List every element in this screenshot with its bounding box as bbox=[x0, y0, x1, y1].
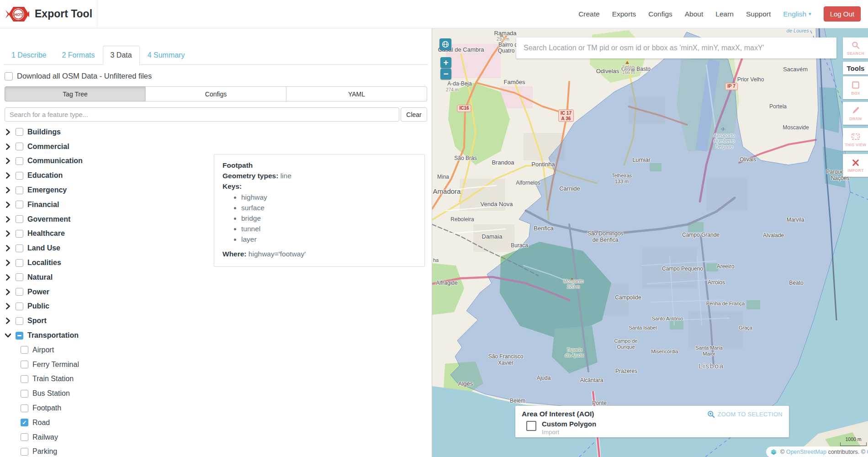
nav-link-about[interactable]: About bbox=[685, 10, 704, 18]
chevron-right-icon[interactable] bbox=[5, 216, 16, 223]
checkbox-transportation[interactable] bbox=[16, 332, 23, 340]
tool-draw[interactable]: DRAW bbox=[843, 102, 868, 125]
checkbox-bus-station[interactable] bbox=[21, 390, 28, 398]
tree-group-label: Natural bbox=[27, 273, 53, 282]
tab-2-formats[interactable]: 2 Formats bbox=[54, 46, 102, 65]
tree-group-natural[interactable]: Natural bbox=[5, 270, 432, 285]
checkbox-localities[interactable] bbox=[16, 259, 23, 267]
tree-item-label: Bus Station bbox=[32, 389, 70, 398]
clear-button[interactable]: Clear bbox=[401, 107, 427, 122]
tree-item-footpath[interactable]: Footpath bbox=[5, 401, 432, 415]
download-all-checkbox[interactable] bbox=[5, 72, 13, 80]
tree-view-switcher: Tag TreeConfigsYAML bbox=[5, 86, 427, 101]
nav-link-exports[interactable]: Exports bbox=[612, 10, 636, 18]
hot-export-tool-app: HOT Export Tool CreateExportsConfigsAbou… bbox=[0, 0, 868, 457]
chevron-right-icon[interactable] bbox=[5, 187, 16, 193]
nav-link-create[interactable]: Create bbox=[578, 10, 600, 18]
zoom-in-magnifier-icon bbox=[707, 410, 715, 418]
chevron-right-icon[interactable] bbox=[5, 202, 16, 208]
view-button-configs[interactable]: Configs bbox=[145, 86, 286, 101]
checkbox-financial[interactable] bbox=[16, 201, 23, 208]
chevron-right-icon[interactable] bbox=[5, 289, 16, 295]
checkbox-power[interactable] bbox=[16, 288, 23, 296]
checkbox-public[interactable] bbox=[16, 303, 23, 310]
zoom-out-button[interactable]: − bbox=[440, 69, 451, 80]
tab-3-data[interactable]: 3 Data bbox=[103, 46, 140, 65]
tree-item-bus-station[interactable]: Bus Station bbox=[5, 386, 432, 401]
brand[interactable]: HOT Export Tool bbox=[0, 0, 97, 28]
chevron-right-icon[interactable] bbox=[5, 230, 16, 237]
zoom-in-button[interactable]: + bbox=[440, 57, 451, 68]
tree-group-commercial[interactable]: Commercial bbox=[5, 139, 432, 154]
chevron-right-icon[interactable] bbox=[5, 318, 16, 324]
tree-item-parking[interactable]: Parking bbox=[5, 445, 432, 457]
checkbox-railway[interactable] bbox=[21, 433, 28, 441]
checkbox-ferry-terminal[interactable] bbox=[21, 361, 28, 368]
tab-4-summary[interactable]: 4 Summary bbox=[140, 46, 193, 65]
scale-bar: 1000 m bbox=[840, 436, 867, 446]
checkbox-government[interactable] bbox=[16, 215, 23, 223]
map-search-input[interactable] bbox=[516, 37, 836, 58]
tree-group-sport[interactable]: Sport bbox=[5, 314, 432, 328]
checkbox-buildings[interactable] bbox=[16, 128, 23, 136]
tool-box[interactable]: BOX bbox=[843, 76, 868, 99]
tab-1-describe[interactable]: 1 Describe bbox=[4, 46, 54, 65]
checkbox-sport[interactable] bbox=[16, 317, 23, 325]
map-search-bar bbox=[516, 37, 836, 58]
nav-link-learn[interactable]: Learn bbox=[715, 10, 734, 18]
tree-group-label: Power bbox=[27, 288, 49, 296]
tree-item-train-station[interactable]: Train Station bbox=[5, 372, 432, 387]
custom-polygon-checkbox[interactable] bbox=[526, 421, 536, 431]
checkbox-road[interactable]: ✓ bbox=[21, 419, 28, 426]
view-button-tag-tree[interactable]: Tag Tree bbox=[5, 86, 146, 101]
tree-group-transportation[interactable]: Transportation bbox=[5, 328, 432, 343]
tree-group-label: Healthcare bbox=[27, 229, 65, 238]
chevron-right-icon[interactable] bbox=[5, 245, 16, 251]
tree-group-buildings[interactable]: Buildings bbox=[5, 125, 432, 139]
language-dropdown[interactable]: English ▾ bbox=[783, 10, 811, 18]
x-icon bbox=[852, 159, 860, 167]
checkbox-healthcare[interactable] bbox=[16, 230, 23, 238]
checkbox-commercial[interactable] bbox=[16, 143, 23, 150]
checkbox-communication[interactable] bbox=[16, 157, 23, 165]
globe-icon bbox=[442, 41, 449, 48]
chevron-right-icon[interactable] bbox=[5, 274, 16, 281]
tree-item-airport[interactable]: Airport bbox=[5, 343, 432, 357]
checkbox-education[interactable] bbox=[16, 172, 23, 180]
tool-import[interactable]: IMPORT bbox=[843, 154, 868, 177]
tree-group-public[interactable]: Public bbox=[5, 299, 432, 314]
layers-icon bbox=[770, 448, 778, 456]
tree-item-road[interactable]: ✓Road bbox=[5, 415, 432, 430]
logout-button[interactable]: Log Out bbox=[824, 6, 861, 21]
feature-search-input[interactable] bbox=[5, 107, 399, 122]
osm-link[interactable]: OpenStreetMap bbox=[786, 449, 826, 455]
checkbox-footpath[interactable] bbox=[21, 404, 28, 412]
checkbox-airport[interactable] bbox=[21, 346, 28, 354]
chevron-down-icon[interactable] bbox=[5, 332, 16, 339]
checkbox-train-station[interactable] bbox=[21, 375, 28, 383]
tree-item-ferry-terminal[interactable]: Ferry Terminal bbox=[5, 357, 432, 372]
tool-this-view[interactable]: THIS VIEW bbox=[843, 128, 868, 151]
chevron-right-icon[interactable] bbox=[5, 260, 16, 266]
chevron-right-icon[interactable] bbox=[5, 172, 16, 179]
map[interactable]: Ramada297 mBairro dQuatroCasal de Cambra… bbox=[432, 28, 868, 457]
globe-button[interactable] bbox=[439, 38, 451, 50]
checkbox-land-use[interactable] bbox=[16, 244, 23, 252]
checkbox-emergency[interactable] bbox=[16, 186, 23, 194]
zoom-to-selection-label: ZOOM TO SELECTION bbox=[717, 411, 783, 418]
chevron-right-icon[interactable] bbox=[5, 158, 16, 164]
nav-link-configs[interactable]: Configs bbox=[648, 10, 672, 18]
chevron-right-icon[interactable] bbox=[5, 143, 16, 150]
tree-item-railway[interactable]: Railway bbox=[5, 430, 432, 445]
tool-label: DRAW bbox=[849, 117, 862, 121]
nav-link-support[interactable]: Support bbox=[746, 10, 771, 18]
attribution-text: © OpenStreetMap contributors. © OSM bbox=[780, 449, 868, 455]
checkbox-natural[interactable] bbox=[16, 273, 23, 281]
chevron-right-icon[interactable] bbox=[5, 303, 16, 309]
zoom-to-selection-button[interactable]: ZOOM TO SELECTION bbox=[707, 410, 783, 418]
checkbox-parking[interactable] bbox=[21, 448, 28, 456]
chevron-right-icon[interactable] bbox=[5, 129, 16, 135]
tree-group-power[interactable]: Power bbox=[5, 285, 432, 299]
search-tool-button[interactable]: SEARCH bbox=[843, 37, 868, 58]
view-button-yaml[interactable]: YAML bbox=[286, 86, 427, 101]
